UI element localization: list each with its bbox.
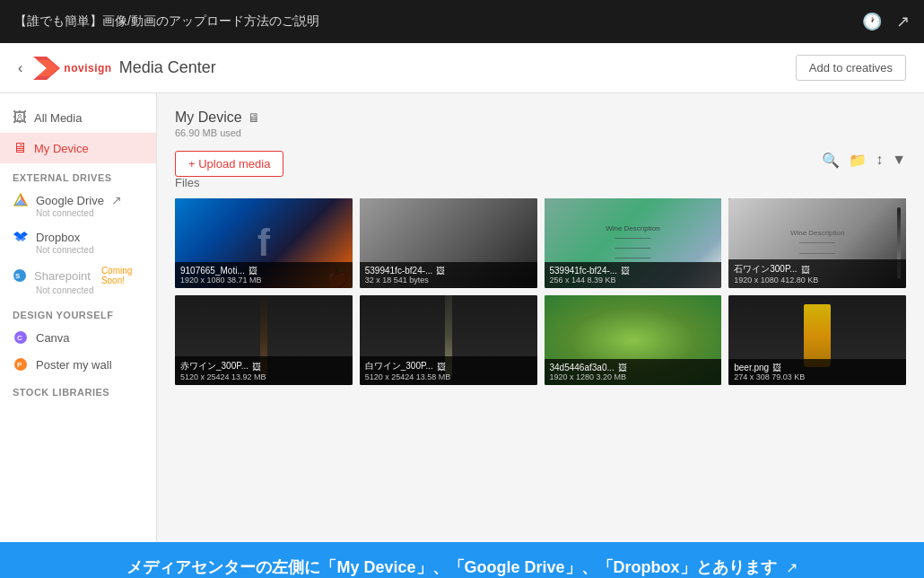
caption-icon: ↗ xyxy=(786,559,798,576)
file-type-icon: 🖼 xyxy=(252,362,261,372)
toolbar: 🔍 📁 ↕ ▼ xyxy=(175,152,906,169)
file-info: 539941fc-bf24-... 🖼 32 x 18 541 bytes xyxy=(360,262,537,288)
section-header: My Device 🖥 66.90 MB used xyxy=(175,109,906,138)
file-meta: 256 x 144 8.39 KB xyxy=(550,276,717,285)
file-name: 34d5446af3a0... 🖼 xyxy=(550,363,717,372)
section-title: My Device 🖥 xyxy=(175,109,260,126)
file-info: beer.png 🖼 274 x 308 79.03 KB xyxy=(728,359,906,385)
poster-my-wall-icon: P xyxy=(13,356,29,372)
file-type-icon: 🖼 xyxy=(437,362,446,372)
all-media-icon: 🖼 xyxy=(13,109,27,126)
dropbox-label: Dropbox xyxy=(36,231,80,244)
sharepoint-icon-svg: S xyxy=(13,268,27,283)
google-drive-status: Not connected xyxy=(36,208,144,218)
file-type-icon: 🖼 xyxy=(801,265,810,275)
clock-icon[interactable]: 🕐 xyxy=(862,12,882,31)
file-card[interactable]: 539941fc-bf24-... 🖼 32 x 18 541 bytes xyxy=(360,198,537,288)
caption-text: メディアセンターの左側に「My Device」、「Google Drive」、「… xyxy=(126,556,776,578)
file-info: 白ワイン_300P... 🖼 5120 x 25424 13.58 MB xyxy=(360,356,537,385)
dropbox-status: Not connected xyxy=(36,245,144,255)
folder-icon[interactable]: 📁 xyxy=(849,152,867,169)
sidebar-item-poster-my-wall[interactable]: P Poster my wall xyxy=(0,351,156,378)
sidebar-item-my-device[interactable]: 🖥 My Device xyxy=(0,133,156,163)
section-title-group: My Device 🖥 66.90 MB used xyxy=(175,109,260,138)
file-name: 赤ワイン_300P... 🖼 xyxy=(180,360,347,372)
main-content: My Device 🖥 66.90 MB used + Upload media… xyxy=(157,93,924,542)
file-name: 9107665_Moti... 🖼 xyxy=(180,266,347,276)
sidebar-item-dropbox[interactable]: Dropbox Not connected xyxy=(0,223,156,260)
gdrive-icon-svg xyxy=(13,193,28,207)
file-info: 9107665_Moti... 🖼 1920 x 1080 38.71 MB xyxy=(175,262,353,288)
app-title: Media Center xyxy=(119,58,216,77)
file-meta: 1920 x 1080 412.80 KB xyxy=(734,276,901,285)
pmw-icon-svg: P xyxy=(13,357,28,372)
poster-my-wall-top: P Poster my wall xyxy=(13,356,144,372)
svg-text:S: S xyxy=(15,272,21,280)
add-creatives-button[interactable]: Add to creatives xyxy=(796,55,906,81)
sidebar-my-device-label: My Device xyxy=(34,142,89,155)
search-icon[interactable]: 🔍 xyxy=(822,152,840,169)
svg-marker-1 xyxy=(38,60,58,76)
app-header: ‹ novisign Media Center Add to creatives xyxy=(0,43,924,93)
file-card[interactable]: beer.png 🖼 274 x 308 79.03 KB xyxy=(728,295,906,385)
design-yourself-label: Design yourself xyxy=(0,301,156,324)
sort-icon[interactable]: ↕ xyxy=(876,152,883,169)
sidebar: 🖼 All Media 🖥 My Device External drives xyxy=(0,93,157,542)
file-meta: 5120 x 25424 13.92 MB xyxy=(180,372,347,381)
file-card[interactable]: 34d5446af3a0... 🖼 1920 x 1280 3.20 MB xyxy=(545,295,722,385)
file-meta: 1920 x 1080 38.71 MB xyxy=(180,276,347,285)
file-type-icon: 🖼 xyxy=(436,266,445,276)
sidebar-item-google-drive[interactable]: Google Drive ↗ Not connected xyxy=(0,187,156,223)
cursor-icon: ↗ xyxy=(111,193,122,207)
storage-info: 66.90 MB used xyxy=(175,127,260,138)
google-drive-label: Google Drive xyxy=(36,194,104,207)
dropbox-top: Dropbox xyxy=(13,229,144,245)
filter-icon[interactable]: ▼ xyxy=(892,152,906,169)
poster-my-wall-label: Poster my wall xyxy=(36,358,112,372)
file-name: beer.png 🖼 xyxy=(734,363,901,372)
file-name: 539941fc-bf24-... 🖼 xyxy=(550,266,717,276)
coming-soon-badge: Coming Soon! xyxy=(101,266,144,285)
share-icon[interactable]: ↗ xyxy=(896,12,910,31)
external-drives-label: External drives xyxy=(0,163,156,187)
file-type-icon: 🖼 xyxy=(248,266,257,276)
file-name: 白ワイン_300P... 🖼 xyxy=(365,360,532,372)
file-info: 539941fc-bf24-... 🖼 256 x 144 8.39 KB xyxy=(545,262,722,288)
svg-text:C: C xyxy=(17,334,22,342)
monitor-icon: 🖥 xyxy=(248,110,260,125)
back-button[interactable]: ‹ xyxy=(18,60,22,76)
google-drive-icon xyxy=(13,192,29,208)
novisign-logo: novisign xyxy=(33,57,111,80)
stock-libraries-label: Stock Libraries xyxy=(0,378,156,401)
sidebar-item-all-media[interactable]: 🖼 All Media xyxy=(0,102,156,133)
canva-label: Canva xyxy=(36,331,70,345)
file-card[interactable]: f 🍎 9107665_Moti... 🖼 1920 x 1080 38.71 … xyxy=(175,198,353,288)
file-card[interactable]: 白ワイン_300P... 🖼 5120 x 25424 13.58 MB xyxy=(360,295,537,385)
sidebar-item-canva[interactable]: C Canva xyxy=(0,324,156,351)
main-area: 🖼 All Media 🖥 My Device External drives xyxy=(0,93,924,542)
file-meta: 32 x 18 541 bytes xyxy=(365,276,532,285)
novisign-brand-text: novisign xyxy=(64,62,111,74)
google-drive-top: Google Drive ↗ xyxy=(13,192,144,208)
file-info: 石ワイン300P... 🖼 1920 x 1080 412.80 KB xyxy=(728,259,906,288)
file-card[interactable]: Wine Description───────────────────── 53… xyxy=(545,198,722,288)
file-type-icon: 🖼 xyxy=(618,363,627,372)
file-meta: 1920 x 1280 3.20 MB xyxy=(550,372,717,381)
my-device-icon: 🖥 xyxy=(13,140,27,156)
sharepoint-status: Not connected xyxy=(36,285,144,295)
caption-bar: メディアセンターの左側に「My Device」、「Google Drive」、「… xyxy=(0,542,924,578)
novisign-logo-svg xyxy=(33,57,60,80)
content-layout: 🖼 All Media 🖥 My Device External drives xyxy=(0,93,924,542)
top-bar: 【誰でも簡単】画像/動画のアップロード方法のご説明 🕐 ↗ xyxy=(0,0,924,43)
file-card[interactable]: 赤ワイン_300P... 🖼 5120 x 25424 13.92 MB xyxy=(175,295,353,385)
sidebar-all-media-label: All Media xyxy=(34,111,82,125)
file-type-icon: 🖼 xyxy=(772,363,781,372)
video-title: 【誰でも簡単】画像/動画のアップロード方法のご説明 xyxy=(14,13,319,30)
canva-icon: C xyxy=(13,329,29,346)
sidebar-item-sharepoint[interactable]: S Sharepoint Coming Soon! Not connected xyxy=(0,260,156,301)
file-card[interactable]: Wine Description────────────── 石ワイン300P.… xyxy=(728,198,906,288)
file-info: 赤ワイン_300P... 🖼 5120 x 25424 13.92 MB xyxy=(175,356,353,385)
beer-glass xyxy=(804,304,831,367)
file-type-icon: 🖼 xyxy=(621,266,630,276)
dropbox-icon xyxy=(13,229,29,245)
